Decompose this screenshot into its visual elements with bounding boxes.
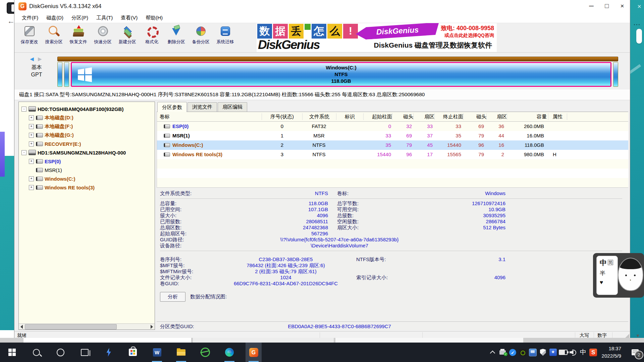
tree-item[interactable]: + ESP(0) [19,157,155,166]
maximize-button[interactable]: □ [599,1,614,12]
tree-expander[interactable]: - [21,107,26,112]
prev-disk-arrow[interactable]: ◀ [30,56,35,62]
tab[interactable]: 浏览文件 [187,102,217,112]
toolbar-button[interactable]: 格式化 [140,23,164,52]
tree-horizontal-scrollbar[interactable] [19,323,155,329]
re-tools-partition-bar[interactable] [613,62,618,87]
column-header[interactable]: 磁头 [392,113,414,120]
minimize-button[interactable]: ─ [584,1,599,12]
taskbar-button[interactable] [125,343,141,362]
ad-banner[interactable]: 数据丢怎么! DiskGenius 致电: 400-008-9958 或点击此处… [257,23,497,52]
clock[interactable]: 18:37 2022/5/9 [602,345,621,360]
tree-expander[interactable]: + [29,115,34,120]
tray-item[interactable]: S [588,343,598,362]
ime-heart-icon[interactable]: ♥ [600,279,618,286]
tree-item[interactable]: + 本地磁盘(F:) [19,122,155,131]
ime-mode-chinese[interactable]: 中 [600,259,607,266]
msr-partition-bar[interactable] [64,62,69,87]
close-button[interactable]: × [614,1,630,12]
column-header[interactable]: 扇区 [487,113,507,120]
ime-status-panel[interactable]: 中简 半 ♥ [596,256,618,295]
table-row[interactable]: ESP(0) 0 FAT32 0 32 33 33 69 36 260.0MB [157,122,628,131]
banner-qq-link[interactable]: 或点击此处选择QQ咨询 [444,33,494,39]
column-header[interactable]: 终止柱面 [435,113,464,120]
analyze-button[interactable]: 分析 [160,292,185,302]
column-header[interactable]: 标识 [336,113,364,120]
menu-item[interactable]: 磁盘(D) [42,15,67,21]
taskbar-button[interactable] [173,343,189,362]
ime-status-widget[interactable]: 中简 半 ♥ [593,253,644,298]
toolbar-button[interactable]: 恢复文件 [66,23,91,52]
toolbar-button[interactable]: 保存更改 [17,23,42,52]
taskbar-button[interactable] [197,343,213,362]
menu-item[interactable]: 查看(V) [117,15,142,21]
tree-item[interactable]: - HD0:TOSHIBAMQ04ABF100(932GB) [19,105,155,113]
next-disk-arrow[interactable]: ▶ [38,56,43,62]
tree-expander[interactable]: + [29,124,34,129]
tree-item[interactable]: MSR(1) [19,166,155,174]
tray-item[interactable] [508,343,518,362]
toolbar-button[interactable]: 搜索分区 [42,23,66,52]
back-arrow-icon[interactable]: ← [7,17,15,25]
scroll-left-arrow[interactable] [20,325,23,329]
tree-expander[interactable]: - [21,150,26,155]
tree-expander[interactable]: + [29,159,34,164]
tray-item[interactable] [488,343,498,362]
table-row[interactable]: Windows RE tools(3) 3 NTFS 15440 96 17 1… [157,150,628,159]
table-row[interactable]: MSR(1) 1 MSR 33 69 37 35 79 44 16.0MB [157,131,628,140]
taskbar-button[interactable] [52,343,68,362]
taskbar-button[interactable] [101,343,117,362]
column-header[interactable]: 属性 [548,113,567,120]
tray-item[interactable] [568,343,578,362]
menu-item[interactable]: 工具(T) [92,15,117,21]
tree-expander[interactable]: + [29,133,34,138]
tree-expander[interactable]: + [29,185,34,190]
toolbar-button[interactable]: 新建分区 [115,23,140,52]
windows-c-partition-bar[interactable]: Windows(C:) NTFS 118.0GB [71,62,611,87]
taskbar-button[interactable] [149,343,165,362]
tree-expander[interactable]: + [29,176,34,181]
background-scrollbar[interactable] [636,29,642,44]
background-close-icon[interactable]: × [637,3,641,10]
tree-item[interactable]: - HD1:SAMSUNGMZNLN128HAHQ-000 [19,148,155,157]
taskbar-button[interactable] [246,343,262,362]
taskbar-button[interactable] [4,343,20,362]
tab[interactable]: 分区参数 [157,102,187,112]
toolbar-button[interactable]: 备份分区 [189,23,213,52]
column-header[interactable]: 卷标 [157,113,262,120]
tray-item[interactable] [528,343,538,362]
tree-expander[interactable]: + [29,141,34,146]
menu-item[interactable]: 文件(F) [18,15,42,21]
column-header[interactable]: 磁头 [464,113,487,120]
tree-item[interactable]: + 本地磁盘(G:) [19,131,155,139]
background-more-icon[interactable]: ··· [634,21,641,28]
tab[interactable]: 扇区编辑 [218,102,247,112]
tray-item[interactable] [558,343,568,362]
toolbar-button[interactable]: 系统迁移 [213,23,237,52]
tree-item[interactable]: + Windows(C:) [19,174,155,183]
tree-item[interactable]: + Windows RE tools(3) [19,183,155,192]
menu-item[interactable]: 分区(P) [67,15,92,21]
taskbar-button[interactable] [76,343,93,362]
column-header[interactable]: 序号(状态) [262,113,303,120]
menu-item[interactable]: 帮助(H) [142,15,167,21]
tray-item[interactable] [538,343,548,362]
table-row[interactable]: Windows(C:) 2 NTFS 35 79 45 15440 96 16 … [157,140,628,150]
tray-item[interactable] [518,343,528,362]
column-header[interactable]: 起始柱面 [364,113,392,120]
toolbar-button[interactable]: 删除分区 [164,23,189,52]
taskbar-button[interactable] [28,343,44,362]
tray-item[interactable]: 中 [578,343,588,362]
ime-simplified[interactable]: 简 [608,260,613,265]
tree-item[interactable]: + RECOVERY(E:) [19,139,155,148]
ime-half-width[interactable]: 半 [600,269,618,277]
column-header[interactable]: 容量 [507,113,548,120]
toolbar-button[interactable]: 快速分区 [91,23,115,52]
scrollbar-thumb[interactable] [25,324,117,329]
tray-item[interactable] [548,343,558,362]
tree-item[interactable]: + 本地磁盘(D:) [19,113,155,122]
esp-partition-bar[interactable] [57,62,62,87]
column-header[interactable]: 文件系统 [303,113,336,120]
column-header[interactable]: 扇区 [414,113,435,120]
scroll-right-arrow[interactable] [151,325,153,329]
